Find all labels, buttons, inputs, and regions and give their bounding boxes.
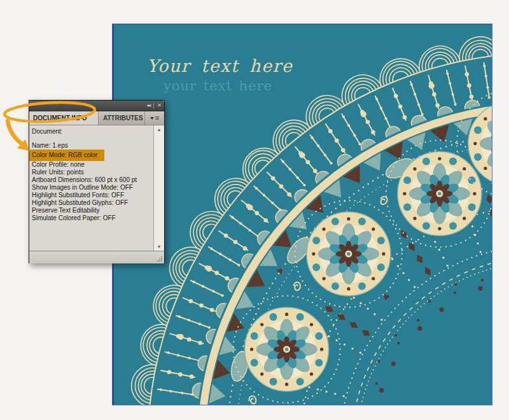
scroll-down-button[interactable]: ▼	[154, 242, 164, 251]
info-line: Highlight Substituted Fonts: OFF	[29, 192, 154, 199]
artwork-title-text: Your text here	[147, 56, 293, 76]
info-line-highlighted: Color Mode: RGB color	[29, 150, 104, 161]
info-line: Color Profile: none	[29, 161, 154, 169]
info-line: Highlight Substituted Glyphs: OFF	[29, 199, 154, 207]
document-info-panel: ◂◂ ✕ DOCUMENT INFO ATTRIBUTES ≡ Document…	[29, 100, 165, 263]
info-line: Artboard Dimensions: 600 pt x 600 pt	[29, 176, 154, 184]
info-line: Simulate Colored Paper: OFF	[29, 214, 154, 222]
resize-grip[interactable]	[156, 255, 163, 262]
info-line: Show Images in Outline Mode: OFF	[29, 184, 154, 192]
info-line: Preserve Text Editability	[29, 207, 154, 214]
scroll-up-button[interactable]: ▲	[154, 125, 164, 134]
menu-caret-icon	[150, 117, 154, 120]
svg-text:♥: ♥	[275, 264, 286, 277]
close-panel-button[interactable]: ✕	[157, 103, 161, 108]
panel-content: Document:Name: 1.epsColor Mode: RGB colo…	[29, 125, 164, 251]
titlebar-divider	[153, 103, 154, 109]
panel-statusbar	[29, 251, 164, 263]
tab-document-info[interactable]: DOCUMENT INFO	[29, 111, 99, 125]
artwork-subtitle-text: your text here	[164, 78, 272, 94]
tab-attributes[interactable]: ATTRIBUTES	[99, 111, 144, 125]
collapse-to-icons-button[interactable]: ◂◂	[146, 103, 150, 108]
panel-tab-bar: DOCUMENT INFO ATTRIBUTES ≡	[29, 111, 164, 125]
annotation-arrow-head	[17, 139, 29, 151]
menu-lines-icon: ≡	[155, 115, 159, 122]
info-line: Name: 1.eps	[29, 142, 154, 150]
svg-text:♥: ♥	[382, 291, 391, 304]
panel-menu-button[interactable]: ≡	[144, 111, 164, 125]
panel-info-lines: Document:Name: 1.epsColor Mode: RGB colo…	[29, 125, 154, 222]
info-line: Document:	[29, 128, 154, 136]
info-line-spacer	[29, 136, 154, 142]
scrollbar[interactable]: ▲ ▼	[153, 125, 164, 251]
panel-titlebar[interactable]: ◂◂ ✕	[29, 101, 164, 111]
info-line: Ruler Units: points	[29, 169, 154, 176]
annotation-arrow-shaft	[8, 121, 21, 143]
artboard-canvas[interactable]: ♥♥ Your text here your text here	[112, 24, 492, 405]
